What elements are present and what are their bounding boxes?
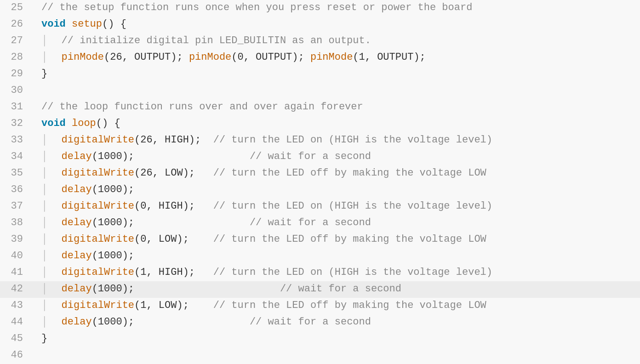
plain-token: } <box>41 68 47 80</box>
code-line-27: 27│ // initialize digital pin LED_BUILTI… <box>0 33 640 50</box>
code-line-39: 39│ digitalWrite(0, LOW); // turn the LE… <box>0 232 640 248</box>
function-name-token: setup <box>72 18 102 30</box>
code-line-28: 28│ pinMode(26, OUTPUT); pinMode(0, OUTP… <box>0 50 640 66</box>
comment-token: // initialize digital pin LED_BUILTIN as… <box>49 35 371 46</box>
plain-token: (0, OUTPUT); <box>231 51 310 63</box>
indent-bar: │ <box>41 267 47 278</box>
comment-token: // wait for a second <box>280 283 401 295</box>
code-line-43: 43│ digitalWrite(1, LOW); // turn the LE… <box>0 298 640 314</box>
line-number: 31 <box>0 99 37 115</box>
plain-token: (1000); <box>92 316 250 328</box>
comment-token: // turn the LED on (HIGH is the voltage … <box>213 267 492 278</box>
plain-token: (26, OUTPUT); <box>104 51 189 63</box>
function-token: pinMode <box>189 51 231 63</box>
line-number: 33 <box>0 132 37 148</box>
line-content: │ // initialize digital pin LED_BUILTIN … <box>37 33 640 49</box>
plain-token: (1000); <box>92 151 250 162</box>
line-number: 28 <box>0 50 37 65</box>
line-content: │ digitalWrite(0, LOW); // turn the LED … <box>37 232 640 247</box>
indent-bar: │ <box>41 250 47 262</box>
plain-token: (1000); <box>92 250 134 262</box>
code-line-30: 30 <box>0 83 640 99</box>
function-token: delay <box>49 250 91 262</box>
comment-token: // turn the LED off by making the voltag… <box>213 233 486 245</box>
comment-token: // turn the LED on (HIGH is the voltage … <box>213 134 492 146</box>
function-token: digitalWrite <box>49 134 134 146</box>
plain-token: (1000); <box>92 283 280 295</box>
plain-token: () { <box>102 18 126 30</box>
line-content: void loop() { <box>37 116 640 131</box>
line-content: │ digitalWrite(26, HIGH); // turn the LE… <box>37 132 640 148</box>
indent-bar: │ <box>41 35 47 46</box>
line-content: │ delay(1000); <box>37 182 640 198</box>
comment-token: // wait for a second <box>250 316 371 328</box>
line-content: } <box>37 66 640 82</box>
line-content: // the loop function runs over and over … <box>37 99 640 115</box>
function-token: delay <box>49 217 91 228</box>
indent-bar: │ <box>41 51 47 63</box>
keyword-token: void <box>41 118 66 129</box>
function-token: pinMode <box>310 51 353 63</box>
plain-token: (1, HIGH); <box>134 267 213 278</box>
comment-token: // the setup function runs once when you… <box>41 2 472 13</box>
line-number: 36 <box>0 182 37 198</box>
plain-token <box>66 118 72 129</box>
indent-bar: │ <box>41 151 47 162</box>
function-token: digitalWrite <box>49 200 134 212</box>
indent-bar: │ <box>41 184 47 195</box>
comment-token: // turn the LED off by making the voltag… <box>213 300 486 311</box>
code-line-32: 32void loop() { <box>0 116 640 132</box>
line-content: │ pinMode(26, OUTPUT); pinMode(0, OUTPUT… <box>37 50 640 65</box>
line-content: │ delay(1000); <box>37 248 640 264</box>
line-content: │ digitalWrite(0, HIGH); // turn the LED… <box>37 199 640 214</box>
function-name-token: loop <box>72 118 96 129</box>
function-token: delay <box>49 283 91 295</box>
line-content: // the setup function runs once when you… <box>37 0 640 16</box>
plain-token: (1000); <box>92 184 134 195</box>
code-line-29: 29} <box>0 66 640 83</box>
function-token: delay <box>49 184 91 195</box>
line-number: 26 <box>0 17 37 32</box>
code-line-37: 37│ digitalWrite(0, HIGH); // turn the L… <box>0 199 640 215</box>
plain-token: } <box>41 333 47 344</box>
indent-bar: │ <box>41 217 47 228</box>
comment-token: // turn the LED off by making the voltag… <box>213 167 486 179</box>
line-number: 44 <box>0 314 37 330</box>
code-line-26: 26void setup() { <box>0 17 640 33</box>
comment-token: // the loop function runs over and over … <box>41 101 363 113</box>
indent-bar: │ <box>41 316 47 328</box>
line-content: void setup() { <box>37 17 640 32</box>
plain-token: (26, HIGH); <box>134 134 213 146</box>
comment-token: // wait for a second <box>250 151 371 162</box>
plain-token: (0, HIGH); <box>134 200 213 212</box>
code-line-33: 33│ digitalWrite(26, HIGH); // turn the … <box>0 132 640 149</box>
code-line-41: 41│ digitalWrite(1, HIGH); // turn the L… <box>0 265 640 281</box>
function-token: digitalWrite <box>49 267 134 278</box>
plain-token: () { <box>96 118 120 129</box>
plain-token: (26, LOW); <box>134 167 213 179</box>
line-number: 30 <box>0 83 37 98</box>
function-token: digitalWrite <box>49 167 134 179</box>
function-token: pinMode <box>49 51 104 63</box>
code-editor: 25// the setup function runs once when y… <box>0 0 640 364</box>
line-number: 41 <box>0 265 37 280</box>
line-content: │ delay(1000); // wait for a second <box>37 281 640 297</box>
function-token: digitalWrite <box>49 233 134 245</box>
indent-bar: │ <box>41 300 47 311</box>
line-content: │ delay(1000); // wait for a second <box>37 314 640 330</box>
line-number: 46 <box>0 347 37 363</box>
line-number: 25 <box>0 0 37 16</box>
line-content: │ digitalWrite(1, LOW); // turn the LED … <box>37 298 640 313</box>
comment-token: // turn the LED on (HIGH is the voltage … <box>213 200 492 212</box>
line-content: │ delay(1000); // wait for a second <box>37 149 640 165</box>
plain-token: (1, LOW); <box>134 300 213 311</box>
plain-token: (1000); <box>92 217 250 228</box>
line-number: 43 <box>0 298 37 313</box>
indent-bar: │ <box>41 233 47 245</box>
line-content: } <box>37 331 640 347</box>
plain-token: (1, OUTPUT); <box>353 51 425 63</box>
plain-token: (0, LOW); <box>134 233 213 245</box>
keyword-token: void <box>41 18 66 30</box>
indent-bar: │ <box>41 167 47 179</box>
function-token: digitalWrite <box>49 300 134 311</box>
